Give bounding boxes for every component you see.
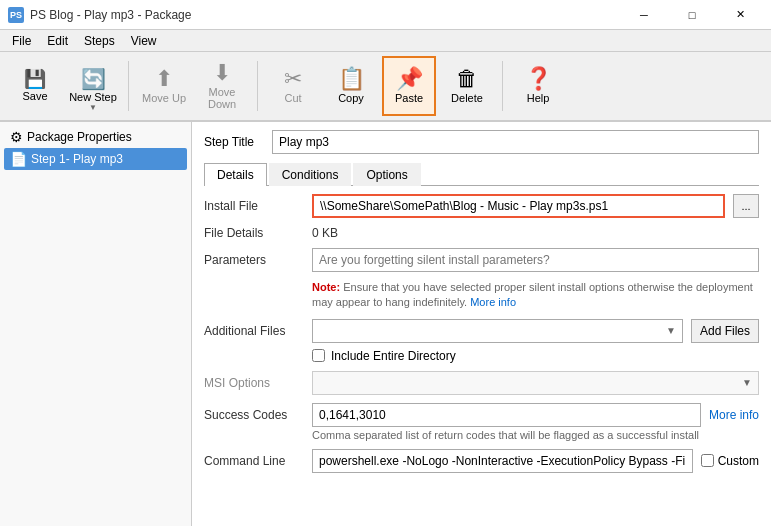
help-icon: ❓ [525,68,552,90]
tab-options[interactable]: Options [353,163,420,186]
menu-steps[interactable]: Steps [76,32,123,50]
tabs: Details Conditions Options [204,162,759,186]
titlebar-left: PS PS Blog - Play mp3 - Package [8,7,191,23]
menu-file[interactable]: File [4,32,39,50]
note-text: Note: Ensure that you have selected prop… [312,280,759,311]
success-codes-row: Success Codes More info [204,403,759,427]
additional-files-combo[interactable]: ▼ [312,319,683,343]
paste-label: Paste [395,92,423,104]
copy-button[interactable]: 📋 Copy [324,56,378,116]
toolbar-sep-2 [257,61,258,111]
move-down-icon: ⬇ [213,62,231,84]
menu-edit[interactable]: Edit [39,32,76,50]
new-step-arrow: ▼ [89,103,97,112]
move-down-label: Move Down [197,86,247,110]
move-up-label: Move Up [142,92,186,104]
step1-icon: 📄 [10,151,27,167]
install-file-row: Install File ... [204,194,759,218]
app-icon: PS [8,7,24,23]
help-button[interactable]: ❓ Help [511,56,565,116]
new-step-icon: 🔄 [81,69,106,89]
browse-button[interactable]: ... [733,194,759,218]
paste-icon: 📌 [396,68,423,90]
tab-conditions[interactable]: Conditions [269,163,352,186]
step-title-input[interactable] [272,130,759,154]
custom-label[interactable]: Custom [718,454,759,468]
file-details-label: File Details [204,226,304,240]
additional-files-label: Additional Files [204,324,304,338]
command-line-input[interactable] [312,449,693,473]
include-directory-label[interactable]: Include Entire Directory [331,349,456,363]
success-codes-input[interactable] [312,403,701,427]
command-line-label: Command Line [204,454,304,468]
msi-options-combo: ▼ [312,371,759,395]
minimize-button[interactable]: ─ [621,0,667,30]
install-file-input[interactable] [312,194,725,218]
cut-icon: ✂ [284,68,302,90]
tab-details[interactable]: Details [204,163,267,186]
msi-options-row: MSI Options ▼ [204,371,759,395]
package-props-icon: ⚙ [10,129,23,145]
copy-icon: 📋 [338,68,365,90]
note-row: Note: Ensure that you have selected prop… [312,280,759,311]
toolbar-sep-1 [128,61,129,111]
menu-view[interactable]: View [123,32,165,50]
step-title-label: Step Title [204,135,264,149]
toolbar-sep-3 [502,61,503,111]
titlebar-title: PS Blog - Play mp3 - Package [30,8,191,22]
command-line-row: Command Line Custom [204,449,759,473]
move-down-button[interactable]: ⬇ Move Down [195,56,249,116]
additional-files-row: Additional Files ▼ Add Files [204,319,759,343]
parameters-label: Parameters [204,253,304,267]
custom-checkbox[interactable] [701,454,714,467]
note-more-info-link[interactable]: More info [470,296,516,308]
delete-icon: 🗑 [456,68,478,90]
sidebar-item-package-props-label: Package Properties [27,130,132,144]
note-label: Note: [312,281,340,293]
install-file-label: Install File [204,199,304,213]
note-body: Ensure that you have selected proper sil… [312,281,753,308]
delete-label: Delete [451,92,483,104]
file-details-value: 0 KB [312,226,338,240]
save-button[interactable]: 💾 Save [8,56,62,116]
include-directory-row: Include Entire Directory [312,349,759,363]
file-details-row: File Details 0 KB [204,226,759,240]
success-codes-more-info-link[interactable]: More info [709,408,759,422]
left-panel: ⚙ Package Properties 📄 Step 1- Play mp3 [0,122,192,526]
sidebar-item-step1-label: Step 1- Play mp3 [31,152,123,166]
cut-button[interactable]: ✂ Cut [266,56,320,116]
msi-options-label: MSI Options [204,376,304,390]
right-content: Step Title Details Conditions Options In… [192,122,771,526]
save-icon: 💾 [24,70,46,88]
cut-label: Cut [284,92,301,104]
help-label: Help [527,92,550,104]
move-up-icon: ⬆ [155,68,173,90]
step-title-row: Step Title [204,130,759,154]
custom-check-group: Custom [701,454,759,468]
new-step-button[interactable]: 🔄 New Step ▼ [66,56,120,116]
titlebar: PS PS Blog - Play mp3 - Package ─ □ ✕ [0,0,771,30]
sidebar-item-step1[interactable]: 📄 Step 1- Play mp3 [4,148,187,170]
include-directory-checkbox[interactable] [312,349,325,362]
paste-button[interactable]: 📌 Paste [382,56,436,116]
sidebar-item-package-props[interactable]: ⚙ Package Properties [4,126,187,148]
move-up-button[interactable]: ⬆ Move Up [137,56,191,116]
delete-button[interactable]: 🗑 Delete [440,56,494,116]
save-label: Save [22,90,47,102]
titlebar-controls: ─ □ ✕ [621,0,763,30]
msi-combo-arrow: ▼ [742,377,752,388]
parameters-input[interactable] [312,248,759,272]
menubar: File Edit Steps View [0,30,771,52]
parameters-row: Parameters [204,248,759,272]
toolbar: 💾 Save 🔄 New Step ▼ ⬆ Move Up ⬇ Move Dow… [0,52,771,122]
new-step-label: New Step [69,91,117,103]
maximize-button[interactable]: □ [669,0,715,30]
copy-label: Copy [338,92,364,104]
add-files-button[interactable]: Add Files [691,319,759,343]
combo-arrow: ▼ [666,325,676,336]
close-button[interactable]: ✕ [717,0,763,30]
success-codes-label: Success Codes [204,408,304,422]
success-hint: Comma separated list of return codes tha… [312,429,759,441]
main-area: ⚙ Package Properties 📄 Step 1- Play mp3 … [0,122,771,526]
